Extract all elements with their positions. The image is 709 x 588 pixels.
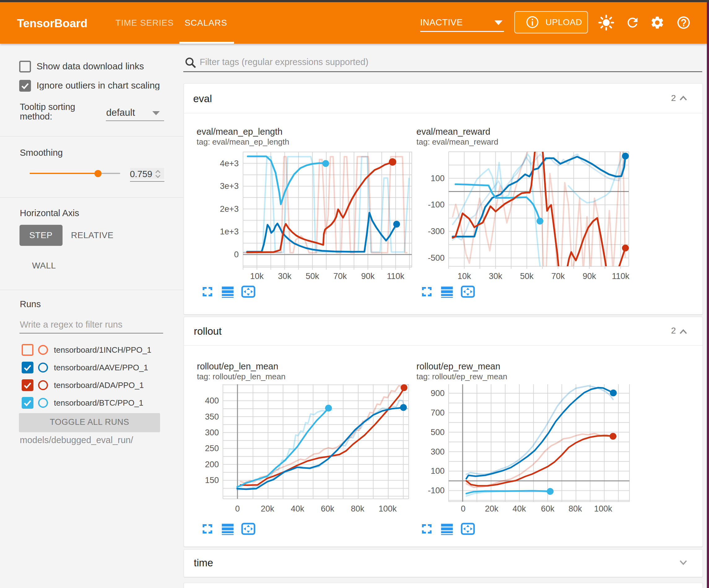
svg-text:50k: 50k — [306, 272, 319, 281]
svg-text:60k: 60k — [321, 504, 334, 513]
svg-text:100: 100 — [431, 466, 445, 476]
svg-text:3e+3: 3e+3 — [220, 181, 239, 191]
svg-text:60k: 60k — [541, 504, 554, 513]
svg-text:-100: -100 — [428, 486, 445, 495]
svg-text:100k: 100k — [594, 504, 612, 513]
svg-text:20k: 20k — [261, 504, 274, 513]
svg-text:90k: 90k — [583, 272, 596, 281]
svg-text:150: 150 — [205, 476, 219, 485]
svg-text:-500: -500 — [428, 253, 445, 262]
svg-text:0: 0 — [235, 504, 240, 513]
svg-text:80k: 80k — [351, 504, 364, 513]
svg-text:300: 300 — [205, 428, 219, 437]
svg-text:0: 0 — [234, 250, 239, 259]
svg-text:700: 700 — [431, 408, 445, 417]
svg-text:500: 500 — [431, 428, 445, 437]
svg-text:40k: 40k — [513, 504, 526, 513]
svg-text:2e+3: 2e+3 — [220, 204, 239, 214]
svg-text:400: 400 — [205, 396, 219, 405]
svg-text:110k: 110k — [612, 272, 629, 281]
svg-text:10k: 10k — [250, 272, 264, 281]
svg-text:20k: 20k — [485, 504, 498, 513]
svg-text:30k: 30k — [489, 272, 502, 281]
svg-text:70k: 70k — [334, 272, 347, 281]
svg-text:250: 250 — [205, 444, 219, 453]
svg-text:-300: -300 — [428, 227, 445, 236]
svg-text:50k: 50k — [520, 272, 534, 281]
svg-text:0: 0 — [461, 504, 465, 513]
svg-text:70k: 70k — [551, 272, 565, 281]
svg-text:110k: 110k — [387, 272, 405, 281]
svg-text:10k: 10k — [457, 272, 471, 281]
svg-text:40k: 40k — [291, 504, 304, 513]
svg-text:900: 900 — [431, 389, 445, 398]
svg-text:100k: 100k — [379, 504, 397, 513]
svg-text:200: 200 — [205, 460, 219, 469]
svg-text:300: 300 — [431, 447, 445, 456]
svg-text:100: 100 — [431, 174, 445, 183]
svg-text:350: 350 — [205, 412, 219, 421]
svg-text:30k: 30k — [278, 272, 292, 281]
svg-text:80k: 80k — [569, 504, 582, 513]
svg-text:4e+3: 4e+3 — [220, 159, 239, 168]
svg-text:90k: 90k — [361, 272, 375, 281]
svg-text:-100: -100 — [428, 200, 445, 209]
svg-text:1e+3: 1e+3 — [220, 227, 239, 236]
